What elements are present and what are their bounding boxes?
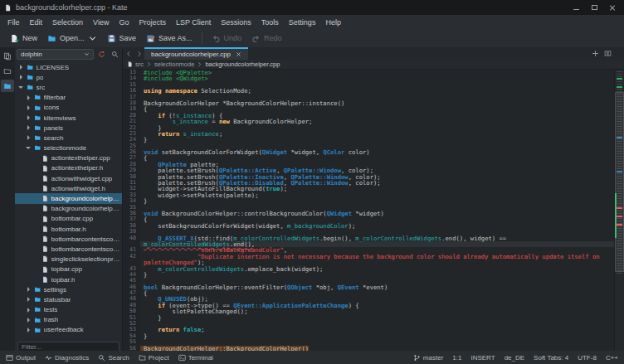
breadcrumb-item-backgroundcolorhelper-cpp[interactable]: backgroundcolorhelper.cpp <box>205 61 280 68</box>
reload-project-button[interactable] <box>95 49 107 61</box>
tab-close-icon[interactable] <box>236 51 241 57</box>
tree-item-topbar-h[interactable]: topbar.h <box>15 274 122 284</box>
code-line[interactable]: 44} <box>123 272 614 278</box>
documents-tool-button[interactable] <box>1 50 14 62</box>
code-line[interactable]: 33 widget->setPalette(palette); <box>123 192 614 198</box>
code-line[interactable]: 54} <box>123 333 614 339</box>
code-line[interactable]: 16using namespace SelectionMode; <box>123 88 614 94</box>
project-search-button[interactable] <box>109 49 120 61</box>
menu-item-go[interactable]: Go <box>114 17 134 28</box>
minimize-icon[interactable] <box>571 2 581 12</box>
tree-item-panels[interactable]: panels <box>15 123 122 133</box>
tree-item-kitemviews[interactable]: kitemviews <box>15 113 122 123</box>
terminal-toggle-button[interactable]: Terminal <box>178 354 213 362</box>
forward-button[interactable] <box>134 47 144 60</box>
tree-item-selectionmode[interactable]: selectionmode <box>15 143 122 153</box>
status-utf-8[interactable]: UTF-8 <box>578 354 597 362</box>
tree-item-singleclickselectionproxystyle-h[interactable]: singleclickselectionproxystyle.h <box>15 255 122 265</box>
tree-item-tests[interactable]: tests <box>15 305 122 315</box>
minimap-viewport[interactable] <box>615 92 624 272</box>
tree-item-backgroundcolorhelper-h[interactable]: backgroundcolorhelper.h <box>15 204 122 214</box>
expand-arrow-icon[interactable] <box>25 105 32 110</box>
projects-tool-button[interactable] <box>1 80 14 92</box>
code-line[interactable]: 53 return false; <box>123 327 614 332</box>
menu-item-view[interactable]: View <box>88 17 114 28</box>
diagnostics-toggle-button[interactable]: Diagnostics <box>45 354 89 362</box>
expand-arrow-icon[interactable] <box>25 135 32 140</box>
code-line[interactable]: 14#include <QWidget> <box>123 75 614 81</box>
expand-arrow-icon[interactable] <box>17 65 24 70</box>
code-line[interactable]: 18BackgroundColorHelper *BackgroundColor… <box>123 100 614 106</box>
tree-item-bottombarcontentscontainer-h[interactable]: bottombarcontentscontainer.h <box>15 244 122 254</box>
status-master[interactable]: master <box>413 354 443 362</box>
tree-item-topbar-cpp[interactable]: topbar.cpp <box>15 265 122 274</box>
status-de-de[interactable]: de_DE <box>505 354 524 362</box>
breadcrumb-item-src[interactable]: src <box>135 61 144 68</box>
status-c[interactable]: C++ <box>606 354 618 362</box>
expand-arrow-icon[interactable] <box>25 308 32 313</box>
open-button[interactable]: Open... <box>42 32 102 46</box>
tree-item-bottombarcontentscontainer-cpp[interactable]: bottombarcontentscontainer.cpp <box>15 234 122 244</box>
minimap-scrollbar[interactable] <box>614 70 624 351</box>
code-line[interactable]: 36void BackgroundColorHelper::controlBac… <box>123 211 614 216</box>
save-button[interactable]: Save <box>102 32 142 46</box>
expand-arrow-icon[interactable] <box>25 95 32 100</box>
collapse-arrow-icon[interactable] <box>17 86 24 89</box>
expand-arrow-icon[interactable] <box>25 125 32 130</box>
tree-item-bottombar-cpp[interactable]: bottombar.cpp <box>15 214 122 224</box>
output-toggle-button[interactable]: Output <box>6 354 36 362</box>
redo-button[interactable]: Redo <box>246 32 287 46</box>
code-line[interactable]: 24} <box>123 137 614 143</box>
menu-item-selection[interactable]: Selection <box>47 17 88 28</box>
maximize-icon[interactable] <box>589 2 599 12</box>
menu-item-edit[interactable]: Edit <box>25 17 48 28</box>
search-toggle-button[interactable]: Search <box>98 354 129 362</box>
tree-item-src[interactable]: src <box>15 82 122 92</box>
new-button[interactable]: New <box>5 32 42 46</box>
tree-item-settings[interactable]: settings <box>15 284 122 294</box>
status-insert[interactable]: INSERT <box>470 354 495 362</box>
split-view-icon[interactable] <box>604 50 612 57</box>
menu-item-lsp-client[interactable]: LSP Client <box>171 17 216 28</box>
expand-arrow-icon[interactable] <box>17 75 24 80</box>
status-soft-tabs-4[interactable]: Soft Tabs: 4 <box>534 354 568 362</box>
project-toggle-button[interactable]: Project <box>139 354 169 362</box>
code-line[interactable]: 50 slotPaletteChanged(); <box>123 308 614 314</box>
tree-item-statusbar[interactable]: statusbar <box>15 294 122 304</box>
undo-button[interactable]: Undo <box>207 32 247 46</box>
tree-item-search[interactable]: search <box>15 133 122 143</box>
expand-arrow-icon[interactable] <box>25 287 32 292</box>
code-area[interactable]: 13#include <QPalette>14#include <QWidget… <box>123 70 614 351</box>
menu-item-tools[interactable]: Tools <box>256 17 284 28</box>
tree-item-po[interactable]: po <box>15 72 122 82</box>
collapse-arrow-icon[interactable] <box>25 147 32 149</box>
menu-item-projects[interactable]: Projects <box>134 17 171 28</box>
back-button[interactable] <box>123 47 134 60</box>
menu-item-sessions[interactable]: Sessions <box>216 17 256 28</box>
code-line[interactable]: 34} <box>123 198 614 204</box>
breadcrumb-item-selectionmode[interactable]: selectionmode <box>154 61 194 68</box>
tree-item-trash[interactable]: trash <box>15 315 122 325</box>
tab-backgroundcolorhelper[interactable]: backgroundcolorhelper.cpp <box>144 47 248 60</box>
code-line[interactable]: 26void setBackgroundColorForWidget(QWidg… <box>123 149 614 155</box>
tree-item-userfeedback[interactable]: userfeedback <box>15 325 122 335</box>
menu-item-settings[interactable]: Settings <box>284 17 321 28</box>
file-browser-tool-button[interactable] <box>1 65 14 77</box>
expand-arrow-icon[interactable] <box>25 318 32 323</box>
tree-item-filterbar[interactable]: filterbar <box>15 93 122 103</box>
menu-item-help[interactable]: Help <box>320 17 346 28</box>
project-selector[interactable]: dolphin <box>17 49 94 60</box>
tree-item-backgroundcolorhelper-cpp[interactable]: backgroundcolorhelper.cpp <box>15 193 122 203</box>
code-line[interactable]: 46bool BackgroundColorHelper::eventFilte… <box>123 284 614 290</box>
tree-item-actiontexthelper-h[interactable]: actiontexthelper.h <box>15 163 122 173</box>
tree-item-bottombar-h[interactable]: bottombar.h <box>15 224 122 234</box>
menu-item-file[interactable]: File <box>2 17 25 28</box>
tree-item-actionwithwidget-h[interactable]: actionwithwidget.h <box>15 183 122 193</box>
expand-arrow-icon[interactable] <box>25 328 32 332</box>
expand-arrow-icon[interactable] <box>25 297 32 302</box>
new-tab-icon[interactable] <box>592 50 599 57</box>
code-line[interactable]: 23 return s_instance; <box>123 131 614 137</box>
code-line[interactable]: 38 setBackgroundColorForWidget(widget, m… <box>123 223 614 229</box>
tree-item-actiontexthelper-cpp[interactable]: actiontexthelper.cpp <box>15 153 122 163</box>
expand-arrow-icon[interactable] <box>25 115 32 120</box>
